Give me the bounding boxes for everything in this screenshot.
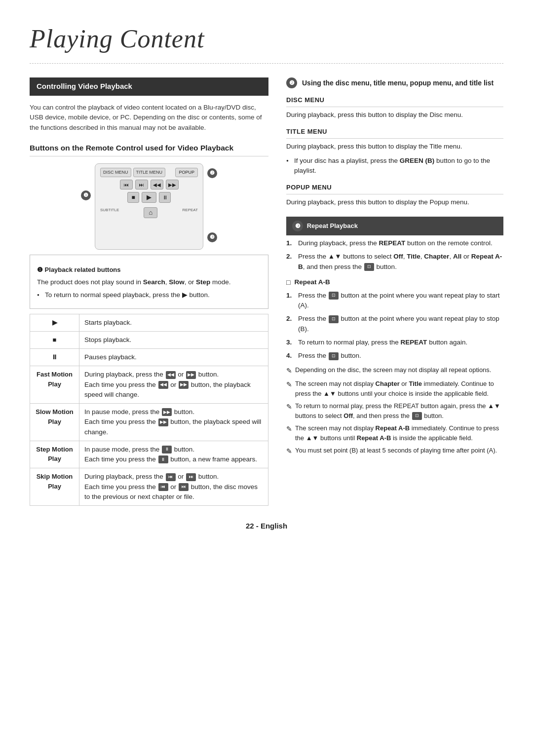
popup-menu-text: During playback, press this button to di…	[286, 197, 503, 208]
table-row: ■ Stops playback.	[30, 331, 268, 348]
annotation3-badge: ❸	[292, 221, 303, 231]
pause-btn[interactable]: ⏸	[159, 192, 171, 203]
badge-1: ❶	[81, 190, 91, 200]
note-icon-5: ✎	[286, 446, 292, 456]
table-row-slow-motion: Slow Motion Play In pause mode, press th…	[30, 404, 268, 441]
enter-icon2: ⊡	[329, 292, 339, 300]
annotation1-body: The product does not play sound in Searc…	[37, 277, 261, 287]
annotation2-badge: ❷	[286, 77, 297, 88]
note-icon-3: ✎	[286, 402, 292, 420]
rewind-icon2: ◀◀	[158, 381, 168, 389]
badge-3: ❸	[207, 232, 217, 242]
pause-icon: ⏸	[162, 446, 172, 454]
note-1: ✎ Depending on the disc, the screen may …	[286, 365, 503, 376]
title-menu-bullet: If your disc has a playlist, press the G…	[286, 156, 503, 176]
table-cell-desc: Starts playback.	[79, 314, 268, 331]
annotation2-header: ❷ Using the disc menu, title menu, popup…	[286, 77, 503, 88]
disc-menu-heading: DISC MENU	[286, 95, 503, 107]
enter-icon: ⊡	[364, 263, 374, 271]
next-skip-btn[interactable]: ⏭	[135, 180, 148, 189]
title-menu-heading: TITLE MENU	[286, 127, 503, 139]
enter-icon4: ⊡	[329, 352, 339, 360]
table-cell-desc-skip: During playback, press the ⏮ or ⏭ button…	[79, 468, 268, 506]
table-cell-label-skip: Skip Motion Play	[30, 468, 79, 506]
section-header: Controlling Video Playback	[30, 77, 268, 96]
stop-btn[interactable]: ■	[127, 192, 139, 203]
table-cell-desc-fast: During playback, press the ◀◀ or ▶▶ butt…	[79, 366, 268, 404]
prev-skip-btn[interactable]: ⏮	[120, 180, 133, 189]
table-cell-desc: Stops playback.	[79, 331, 268, 348]
forward-icon4: ▶▶	[158, 418, 168, 426]
forward-icon2: ▶▶	[179, 381, 189, 389]
remote-illustration: ❶ ❷ ❸ DISC MENU TITLE MENU POPUP ⏮	[30, 163, 268, 250]
annotation1-title: ❶ Playback related buttons	[37, 265, 121, 275]
table-cell-desc: Pauses playback.	[79, 349, 268, 366]
enter-icon3: ⊡	[329, 315, 339, 323]
table-row-fast-motion: Fast Motion Play During playback, press …	[30, 366, 268, 404]
table-cell-label-slow: Slow Motion Play	[30, 404, 79, 441]
annotation3-title: Repeat Playback	[307, 222, 358, 229]
table-row: ▶ Starts playback.	[30, 314, 268, 331]
note-icon-1: ✎	[286, 366, 292, 376]
table-row-skip-motion: Skip Motion Play During playback, press …	[30, 468, 268, 506]
table-cell-desc-step: In pause mode, press the ⏸ button. Each …	[79, 441, 268, 468]
enter-icon5: ⊡	[412, 412, 422, 420]
title-menu-text: During playback, press this button to di…	[286, 142, 503, 152]
repeat-label: REPEAT	[183, 207, 198, 218]
repeat-ab-step-4: Press the ⊡ button.	[286, 351, 503, 361]
left-column: Controlling Video Playback You can contr…	[30, 77, 268, 506]
table-cell-label: ▶	[30, 314, 79, 331]
popup-menu-heading: POPUP MENU	[286, 183, 503, 194]
page-number: 22 - English	[30, 521, 503, 532]
title-menu-btn[interactable]: TITLE MENU	[133, 168, 166, 178]
table-cell-label: ■	[30, 331, 79, 348]
prev-icon: ⏮	[166, 473, 176, 481]
note-5: ✎ You must set point (B) at least 5 seco…	[286, 446, 503, 456]
table-cell-desc-slow: In pause mode, press the ▶▶ button. Each…	[79, 404, 268, 441]
repeat-ab-label: Repeat A-B	[286, 277, 503, 288]
annotation2-title: Using the disc menu, title menu, popup m…	[302, 78, 494, 88]
table-cell-label-step: Step Motion Play	[30, 441, 79, 468]
note-2: ✎ The screen may not display Chapter or …	[286, 379, 503, 398]
forward-icon: ▶▶	[186, 371, 196, 379]
repeat-step-2: Press the ▲▼ buttons to select Off, Titl…	[286, 252, 503, 272]
pause-icon2: ⏸	[158, 455, 168, 463]
prev-icon2: ⏮	[158, 483, 168, 491]
repeat-ab-step-3: To return to normal play, press the REPE…	[286, 338, 503, 348]
rewind-btn[interactable]: ◀◀	[151, 180, 163, 189]
next-icon: ⏭	[186, 473, 196, 481]
annotation1-bullets: To return to normal speed playback, pres…	[37, 290, 261, 300]
note-3: ✎ To return to normal play, press the RE…	[286, 401, 503, 420]
table-cell-label: ⏸	[30, 349, 79, 366]
badge-2: ❷	[207, 168, 217, 178]
page-title: Playing Content	[30, 20, 503, 64]
repeat-ab-steps-list: Press the ⊡ button at the point where yo…	[286, 291, 503, 362]
annotation2-block: ❷ Using the disc menu, title menu, popup…	[286, 77, 503, 208]
play-btn[interactable]: ▶	[142, 192, 156, 203]
annotation3-header: ❸ Repeat Playback	[286, 217, 503, 235]
note-icon-4: ✎	[286, 424, 292, 443]
repeat-steps-list: During playback, press the REPEAT button…	[286, 238, 503, 272]
note-icon-2: ✎	[286, 379, 292, 398]
repeat-step-1: During playback, press the REPEAT button…	[286, 238, 503, 249]
note-text-1: Depending on the disc, the screen may no…	[295, 365, 491, 376]
annotation3-block: ❸ Repeat Playback During playback, press…	[286, 217, 503, 456]
disc-menu-btn[interactable]: DISC MENU	[100, 168, 131, 178]
note-text-2: The screen may not display Chapter or Ti…	[295, 379, 503, 398]
home-btn[interactable]: ⌂	[144, 207, 157, 218]
note-text-5: You must set point (B) at least 5 second…	[295, 446, 497, 456]
bullet-item: To return to normal speed playback, pres…	[37, 290, 261, 300]
popup-btn[interactable]: POPUP	[175, 168, 198, 178]
repeat-ab-step-1: Press the ⊡ button at the point where yo…	[286, 291, 503, 311]
playback-table: ▶ Starts playback. ■ Stops playback. ⏸ P…	[30, 314, 268, 506]
intro-text: You can control the playback of video co…	[30, 103, 268, 134]
remote-box: DISC MENU TITLE MENU POPUP ⏮ ⏭ ◀◀ ▶▶	[95, 163, 203, 250]
note-text-3: To return to normal play, press the REPE…	[295, 401, 503, 420]
note-text-4: The screen may not display Repeat A-B im…	[295, 423, 503, 443]
title-menu-bullets: If your disc has a playlist, press the G…	[286, 156, 503, 176]
rewind-icon: ◀◀	[166, 371, 176, 379]
note-4: ✎ The screen may not display Repeat A-B …	[286, 423, 503, 443]
right-column: ❷ Using the disc menu, title menu, popup…	[286, 77, 503, 506]
annotation1-label: ❶ Playback related buttons	[37, 265, 261, 275]
forward-btn[interactable]: ▶▶	[166, 180, 179, 189]
